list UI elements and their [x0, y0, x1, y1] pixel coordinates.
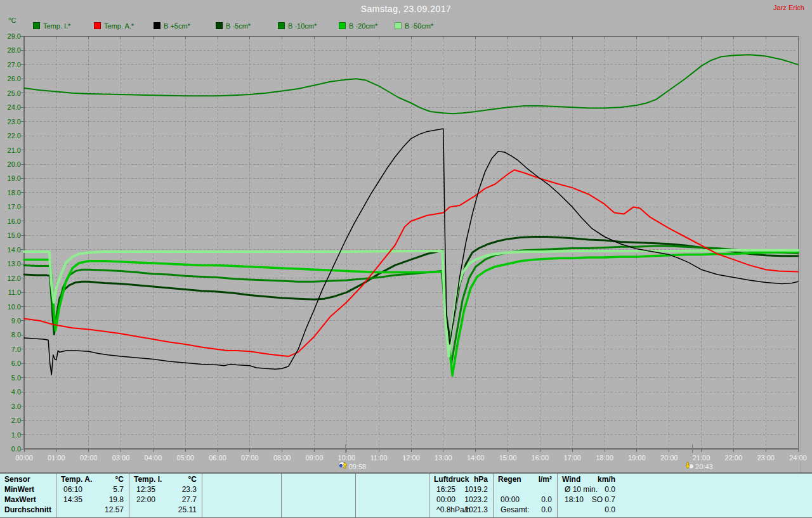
stat-value: 0.0 — [557, 505, 615, 515]
svg-text:04:00: 04:00 — [145, 454, 162, 462]
svg-text:09:58: 09:58 — [349, 463, 367, 470]
svg-text:20.0: 20.0 — [8, 160, 21, 168]
y-axis-labels: 0.01.02.03.04.05.06.07.08.09.010.011.012… — [8, 32, 21, 453]
svg-text:18.0: 18.0 — [8, 189, 21, 197]
stat-value: 19.8 — [56, 495, 124, 505]
svg-text:07:00: 07:00 — [241, 454, 259, 462]
column-unit: °C — [129, 475, 197, 484]
svg-text:4.0: 4.0 — [11, 388, 21, 396]
svg-text:22.0: 22.0 — [8, 132, 21, 139]
row-label-durchschnitt: Durchschnitt — [4, 505, 55, 515]
svg-text:22:00: 22:00 — [725, 454, 743, 462]
svg-text:10.0: 10.0 — [8, 303, 21, 311]
temperature-chart: 0.01.02.03.04.05.06.07.08.09.010.011.012… — [0, 0, 812, 472]
svg-text:06:00: 06:00 — [209, 454, 226, 462]
svg-text:16:00: 16:00 — [532, 454, 549, 462]
svg-text:10:00: 10:00 — [338, 454, 356, 462]
svg-text:29.0: 29.0 — [8, 32, 21, 40]
svg-text:7.0: 7.0 — [11, 346, 21, 353]
svg-text:21:00: 21:00 — [693, 454, 710, 462]
column-unit: l/m² — [493, 475, 552, 484]
svg-text:0.0: 0.0 — [11, 445, 21, 453]
stat-value: 23.3 — [129, 485, 197, 495]
svg-text:13.0: 13.0 — [8, 260, 21, 268]
gridlines — [25, 37, 797, 448]
svg-text:23:00: 23:00 — [757, 454, 775, 462]
svg-text:11:00: 11:00 — [370, 454, 388, 462]
stat-value: 0.0 — [557, 485, 615, 495]
column-unit: °C — [56, 475, 124, 484]
svg-text:28.0: 28.0 — [8, 46, 21, 54]
stat-value: 27.7 — [129, 495, 197, 505]
column-divider — [202, 474, 202, 517]
svg-text:14:00: 14:00 — [467, 454, 485, 462]
svg-text:3.0: 3.0 — [11, 403, 21, 410]
svg-text:9.0: 9.0 — [11, 317, 21, 325]
svg-text:2.0: 2.0 — [11, 417, 21, 424]
row-label-maxwert: MaxWert — [4, 495, 55, 505]
svg-text:19.0: 19.0 — [8, 174, 21, 182]
stat-value: 0.0 — [493, 505, 552, 515]
svg-text:18:00: 18:00 — [596, 454, 613, 462]
stats-table: SensorMinWertMaxWertDurchschnittTemp. A.… — [0, 472, 812, 518]
svg-text:24.0: 24.0 — [8, 103, 21, 111]
svg-text:27.0: 27.0 — [8, 61, 21, 68]
svg-text:20:43: 20:43 — [695, 463, 713, 470]
svg-text:19:00: 19:00 — [628, 454, 646, 462]
svg-text:09:00: 09:00 — [306, 454, 324, 462]
moonset-icon — [686, 462, 694, 469]
svg-text:02:00: 02:00 — [80, 454, 98, 462]
svg-text:13:00: 13:00 — [435, 454, 452, 462]
svg-text:17.0: 17.0 — [8, 203, 21, 210]
column-unit: hPa — [429, 475, 488, 484]
svg-text:16.0: 16.0 — [8, 217, 21, 225]
svg-text:24:00: 24:00 — [789, 454, 807, 462]
svg-text:08:00: 08:00 — [273, 454, 291, 462]
svg-text:00:00: 00:00 — [15, 454, 33, 462]
stat-value: 1023.2 — [429, 495, 488, 505]
stat-value: 5.7 — [56, 485, 124, 495]
stat-value: 1021.3 — [429, 505, 488, 515]
stat-value: 12.57 — [56, 505, 124, 515]
svg-text:03:00: 03:00 — [112, 454, 130, 462]
svg-text:1.0: 1.0 — [11, 431, 21, 439]
column-divider — [355, 474, 356, 517]
svg-text:23.0: 23.0 — [8, 118, 21, 126]
svg-text:6.0: 6.0 — [11, 359, 21, 367]
column-unit: km/h — [557, 475, 615, 484]
svg-text:21.0: 21.0 — [8, 146, 21, 154]
svg-text:01:00: 01:00 — [48, 454, 65, 462]
moonrise-icon — [339, 462, 347, 469]
svg-text:25.0: 25.0 — [8, 89, 21, 97]
column-divider — [281, 474, 282, 517]
row-label-minwert: MinWert — [4, 485, 55, 495]
svg-text:5.0: 5.0 — [11, 374, 21, 382]
svg-text:26.0: 26.0 — [8, 75, 21, 82]
row-label-sensor: Sensor — [4, 475, 55, 484]
svg-text:05:00: 05:00 — [176, 454, 194, 462]
stat-value: 0.0 — [493, 495, 552, 505]
svg-text:15:00: 15:00 — [499, 454, 517, 462]
svg-text:12.0: 12.0 — [8, 275, 21, 282]
x-axis-labels: 00:0001:0002:0003:0004:0005:0006:0007:00… — [15, 454, 807, 462]
stat-value: 25.11 — [129, 505, 197, 515]
svg-text:15.0: 15.0 — [8, 231, 21, 239]
svg-text:17:00: 17:00 — [563, 454, 581, 462]
svg-text:12:00: 12:00 — [402, 454, 420, 462]
svg-text:14.0: 14.0 — [8, 246, 21, 254]
svg-text:11.0: 11.0 — [8, 288, 21, 296]
svg-text:20:00: 20:00 — [660, 454, 678, 462]
app-window: Samstag, 23.09.2017 Jarz Erich °C Temp. … — [0, 0, 812, 518]
svg-text:8.0: 8.0 — [11, 331, 21, 339]
stat-value: 1019.2 — [429, 485, 488, 495]
stat-value: SO 0.7 — [557, 495, 615, 505]
